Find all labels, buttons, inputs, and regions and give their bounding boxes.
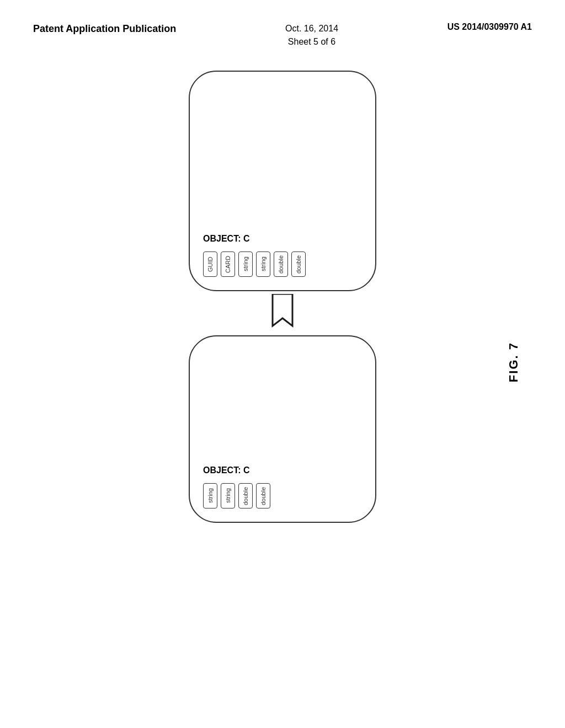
bottom-card: OBJECT: C string string double double [189,335,376,523]
tag-string-4: string [221,483,235,508]
tag-guid: GUID [203,251,217,277]
tag-double-2: double [291,251,306,277]
figure-label: FIG. 7 [507,342,521,382]
tag-string-3: string [203,483,217,508]
main-content: OBJECT: C GUID CARD string string double… [0,60,565,523]
tag-string-2: string [256,251,270,277]
connector-area [189,291,376,335]
tag-string-1: string [238,251,253,277]
tag-double-4: double [256,483,270,508]
page-header: Patent Application Publication Oct. 16, … [0,0,565,60]
bookmark-connector-icon [270,294,295,333]
sheet-info: Sheet 5 of 6 [288,37,335,46]
publication-date-sheet: Oct. 16, 2014 Sheet 5 of 6 [285,22,338,49]
publication-date: Oct. 16, 2014 [285,24,338,33]
publication-title: Patent Application Publication [33,22,176,36]
top-card-tags-row: GUID CARD string string double double [203,251,362,277]
tag-double-3: double [238,483,253,508]
publication-number: US 2014/0309970 A1 [447,22,532,32]
bottom-card-object-label: OBJECT: C [203,465,362,475]
tag-double-1: double [274,251,288,277]
tag-card: CARD [221,251,235,277]
top-card: OBJECT: C GUID CARD string string double… [189,71,376,291]
bottom-card-tags-row: string string double double [203,483,362,508]
top-card-object-label: OBJECT: C [203,234,362,244]
